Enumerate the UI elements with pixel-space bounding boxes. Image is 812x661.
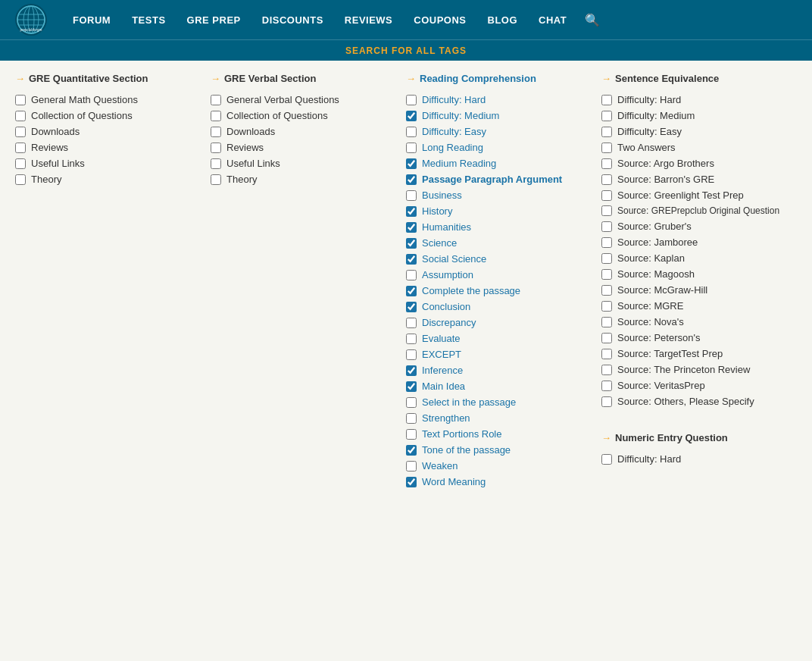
- label-text-portions[interactable]: Text Portions Role: [422, 428, 502, 440]
- checkbox-source-greenlight[interactable]: [601, 190, 612, 201]
- label-except[interactable]: EXCEPT: [422, 349, 461, 360]
- checkbox-inference[interactable]: [406, 365, 417, 376]
- label-source-argo[interactable]: Source: Argo Brothers: [617, 158, 714, 169]
- checkbox-source-barrons[interactable]: [601, 174, 612, 185]
- checkbox-complete-passage[interactable]: [406, 286, 417, 296]
- checkbox-useful-links-quant[interactable]: [15, 158, 26, 169]
- nav-coupons[interactable]: COUPONS: [403, 0, 476, 39]
- checkbox-history[interactable]: [406, 206, 417, 217]
- checkbox-diff-hard-se[interactable]: [601, 95, 612, 105]
- label-evaluate[interactable]: Evaluate: [422, 333, 461, 344]
- label-select-passage[interactable]: Select in the passage: [422, 396, 516, 408]
- nav-blog[interactable]: BLOG: [477, 0, 529, 39]
- checkbox-diff-hard-rc[interactable]: [406, 95, 417, 105]
- nav-forum[interactable]: FORUM: [62, 0, 121, 39]
- label-source-grubers[interactable]: Source: Gruber's: [617, 221, 692, 232]
- checkbox-discrepancy[interactable]: [406, 318, 417, 328]
- label-medium-reading[interactable]: Medium Reading: [422, 158, 496, 169]
- checkbox-general-verbal[interactable]: [211, 95, 221, 105]
- label-humanities[interactable]: Humanities: [422, 221, 471, 233]
- label-downloads-verbal[interactable]: Downloads: [226, 126, 275, 137]
- label-diff-hard-rc[interactable]: Difficulty: Hard: [422, 94, 486, 105]
- checkbox-source-mcgraw[interactable]: [601, 285, 612, 296]
- nav-tests[interactable]: TESTS: [121, 0, 176, 39]
- checkbox-source-greprepclub[interactable]: [601, 205, 612, 216]
- checkbox-general-math[interactable]: [15, 95, 26, 105]
- label-diff-medium-se[interactable]: Difficulty: Medium: [617, 110, 695, 121]
- label-source-kaplan[interactable]: Source: Kaplan: [617, 252, 685, 264]
- checkbox-source-nova[interactable]: [601, 317, 612, 327]
- checkbox-source-others[interactable]: [601, 396, 612, 407]
- label-collection-math[interactable]: Collection of Questions: [31, 110, 133, 121]
- nav-gre-prep[interactable]: GRE PREP: [176, 0, 251, 39]
- label-business[interactable]: Business: [422, 190, 462, 201]
- label-conclusion[interactable]: Conclusion: [422, 301, 470, 312]
- label-diff-easy-rc[interactable]: Difficulty: Easy: [422, 126, 486, 137]
- checkbox-source-jamboree[interactable]: [601, 237, 612, 248]
- label-theory-verbal[interactable]: Theory: [226, 174, 257, 185]
- checkbox-conclusion[interactable]: [406, 302, 417, 312]
- label-collection-verbal[interactable]: Collection of Questions: [226, 110, 328, 121]
- label-source-others[interactable]: Source: Others, Please Specify: [617, 396, 754, 407]
- label-strengthen[interactable]: Strengthen: [422, 412, 470, 424]
- label-source-veritas[interactable]: Source: VeritasPrep: [617, 380, 705, 391]
- nav-reviews[interactable]: REVIEWS: [334, 0, 403, 39]
- label-source-greenlight[interactable]: Source: Greenlight Test Prep: [617, 190, 744, 201]
- label-passage-paragraph[interactable]: Passage Paragraph Argument: [422, 174, 562, 185]
- checkbox-text-portions[interactable]: [406, 429, 417, 440]
- label-theory-quant[interactable]: Theory: [31, 174, 61, 185]
- label-long-reading[interactable]: Long Reading: [422, 142, 483, 153]
- label-diff-hard-se[interactable]: Difficulty: Hard: [617, 94, 681, 105]
- checkbox-reviews-verbal[interactable]: [211, 143, 221, 153]
- label-source-target[interactable]: Source: TargetTest Prep: [617, 348, 723, 359]
- label-word-meaning[interactable]: Word Meaning: [422, 476, 486, 487]
- label-main-idea[interactable]: Main Idea: [422, 381, 465, 392]
- search-icon-button[interactable]: 🔍: [577, 13, 607, 27]
- label-source-magoosh[interactable]: Source: Magoosh: [617, 268, 695, 280]
- label-history[interactable]: History: [422, 205, 452, 217]
- label-complete-passage[interactable]: Complete the passage: [422, 285, 520, 296]
- checkbox-passage-paragraph[interactable]: [406, 174, 417, 185]
- checkbox-source-target[interactable]: [601, 349, 612, 359]
- checkbox-science[interactable]: [406, 238, 417, 249]
- label-useful-links-quant[interactable]: Useful Links: [31, 158, 85, 169]
- nav-chat[interactable]: CHAT: [528, 0, 577, 39]
- checkbox-theory-quant[interactable]: [15, 174, 26, 185]
- checkbox-source-magoosh[interactable]: [601, 269, 612, 280]
- label-useful-links-verbal[interactable]: Useful Links: [226, 158, 280, 169]
- nav-discounts[interactable]: DISCOUNTS: [251, 0, 334, 39]
- checkbox-reviews-quant[interactable]: [15, 143, 26, 153]
- checkbox-strengthen[interactable]: [406, 413, 417, 424]
- label-downloads-quant[interactable]: Downloads: [31, 126, 80, 137]
- checkbox-diff-easy-se[interactable]: [601, 127, 612, 137]
- checkbox-collection-math[interactable]: [15, 111, 26, 121]
- label-two-answers[interactable]: Two Answers: [617, 142, 676, 153]
- label-reviews-quant[interactable]: Reviews: [31, 142, 68, 153]
- checkbox-diff-easy-rc[interactable]: [406, 127, 417, 137]
- checkbox-downloads-quant[interactable]: [15, 127, 26, 137]
- checkbox-main-idea[interactable]: [406, 381, 417, 392]
- label-reviews-verbal[interactable]: Reviews: [226, 142, 264, 153]
- checkbox-diff-medium-rc[interactable]: [406, 111, 417, 121]
- checkbox-two-answers[interactable]: [601, 143, 612, 153]
- label-source-mgre[interactable]: Source: MGRE: [617, 300, 683, 312]
- checkbox-evaluate[interactable]: [406, 334, 417, 344]
- label-weaken[interactable]: Weaken: [422, 460, 458, 471]
- label-numeric-hard[interactable]: Difficulty: Hard: [617, 453, 681, 465]
- checkbox-numeric-hard[interactable]: [601, 454, 612, 465]
- checkbox-source-kaplan[interactable]: [601, 253, 612, 264]
- checkbox-source-grubers[interactable]: [601, 221, 612, 232]
- label-source-greprepclub[interactable]: Source: GREPrepclub Original Question: [617, 205, 779, 216]
- checkbox-select-passage[interactable]: [406, 397, 417, 408]
- label-tone-passage[interactable]: Tone of the passage: [422, 444, 511, 456]
- label-source-barrons[interactable]: Source: Barron's GRE: [617, 174, 714, 185]
- checkbox-source-argo[interactable]: [601, 158, 612, 169]
- label-assumption[interactable]: Assumption: [422, 269, 473, 280]
- checkbox-theory-verbal[interactable]: [211, 174, 221, 185]
- checkbox-tone-passage[interactable]: [406, 445, 417, 456]
- checkbox-collection-verbal[interactable]: [211, 111, 221, 121]
- label-discrepancy[interactable]: Discrepancy: [422, 317, 476, 328]
- label-diff-medium-rc[interactable]: Difficulty: Medium: [422, 110, 499, 121]
- label-inference[interactable]: Inference: [422, 365, 463, 376]
- checkbox-business[interactable]: [406, 190, 417, 201]
